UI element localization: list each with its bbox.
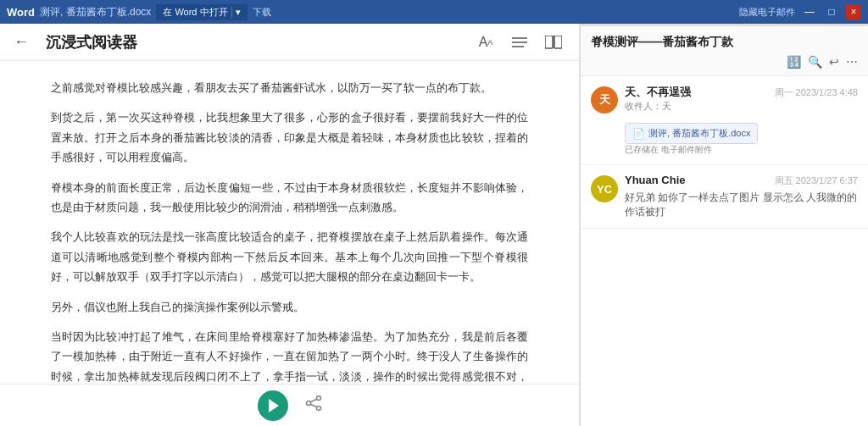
reader-paragraph: 我个人比较喜欢的玩法是找一张高度比较适合的桌子，把脊模摆放在桌子上然后趴着操作。… bbox=[51, 227, 528, 286]
badge-icon[interactable]: 🔢 bbox=[787, 55, 801, 69]
download-button[interactable]: 下载 bbox=[253, 6, 271, 19]
email-sender: Yhuan Chie bbox=[625, 174, 686, 186]
share-icon[interactable] bbox=[305, 395, 322, 416]
reader-paragraph: 到货之后，第一次买这种脊模，比我想象里大了很多，心形的盒子很好看，要摆前我好大一… bbox=[51, 108, 528, 167]
svg-line-10 bbox=[310, 404, 317, 407]
svg-point-6 bbox=[316, 396, 320, 401]
avatar: 天 bbox=[591, 86, 618, 113]
email-item-header: YC Yhuan Chie 周五 2023/1/27 6:37 好兄弟 如你了一… bbox=[591, 174, 858, 219]
word-logo: Word bbox=[7, 6, 35, 19]
email-sender: 天、不再逞强 bbox=[625, 85, 691, 100]
reply-email-icon[interactable]: ↩ bbox=[829, 55, 839, 69]
email-meta: 天、不再逞强 周一 2023/1/23 4:48 收件人：天 📄 测评, 番茄酱… bbox=[625, 85, 858, 156]
svg-rect-3 bbox=[545, 36, 553, 48]
svg-line-9 bbox=[310, 399, 317, 402]
reader-paragraph: 脊模本身的前面长度正常，后边长度偏短一些，不过由于本身材质很软烂，长度短并不影响… bbox=[51, 178, 528, 218]
attachment-doc-icon: 📄 bbox=[632, 128, 645, 140]
email-list: 天 天、不再逞强 周一 2023/1/23 4:48 收件人：天 📄 测评, 番… bbox=[581, 76, 868, 426]
reader-toolbar: ← 沉浸式阅读器 AA bbox=[0, 24, 579, 61]
reader-content: 之前感觉对脊模比较感兴趣，看朋友去买了番茄酱虾试水，以防万一买了软一点的布丁款。… bbox=[0, 61, 579, 384]
email-sender-sub: 收件人：天 bbox=[625, 100, 858, 113]
close-button[interactable]: × bbox=[846, 4, 861, 19]
email-list-item[interactable]: YC Yhuan Chie 周五 2023/1/27 6:37 好兄弟 如你了一… bbox=[581, 165, 868, 229]
attachment-sub: 已存储在 电子邮件附件 bbox=[625, 144, 858, 156]
open-dropdown-arrow[interactable]: ▾ bbox=[231, 7, 241, 18]
email-list-item[interactable]: 天 天、不再逞强 周一 2023/1/23 4:48 收件人：天 📄 测评, 番… bbox=[581, 76, 868, 165]
play-button[interactable] bbox=[258, 390, 288, 421]
svg-point-8 bbox=[316, 407, 320, 411]
open-in-word-button[interactable]: 在 Word 中打开 ▾ bbox=[156, 4, 247, 20]
svg-point-7 bbox=[306, 401, 310, 406]
avatar: YC bbox=[591, 175, 618, 202]
email-preview: 好兄弟 如你了一样去点了图片 显示怎么 人我微的的作话被打 bbox=[625, 191, 858, 219]
email-toolbar: 🔢 🔍 ↩ ⋯ bbox=[591, 55, 858, 69]
email-date: 周五 2023/1/27 6:37 bbox=[775, 174, 858, 187]
minimize-button[interactable]: — bbox=[802, 4, 817, 19]
email-panel: 脊模测评——番茄酱布丁款 🔢 🔍 ↩ ⋯ 天 天、不再逞强 周一 2023/1/… bbox=[580, 24, 868, 426]
book-view-icon[interactable] bbox=[542, 30, 565, 54]
reader-paragraph: 之前感觉对脊模比较感兴趣，看朋友去买了番茄酱虾试水，以防万一买了软一点的布丁款。 bbox=[51, 78, 528, 97]
reader-bottom-bar bbox=[0, 384, 579, 426]
main-content: ← 沉浸式阅读器 AA 之前感觉对脊模比较感兴趣，看朋友去买了番茄酱虾试 bbox=[0, 24, 868, 426]
window-controls: 隐藏电子邮件 — □ × bbox=[739, 4, 861, 19]
title-bar: Word 测评, 番茄酱布丁板.docx 在 Word 中打开 ▾ 下载 隐藏电… bbox=[0, 0, 868, 24]
text-options-icon[interactable] bbox=[508, 30, 531, 54]
email-item-header: 天 天、不再逞强 周一 2023/1/23 4:48 收件人：天 📄 测评, 番… bbox=[591, 85, 858, 156]
font-size-icon[interactable]: AA bbox=[474, 30, 498, 54]
reader-paragraph: 另外，倡议也附上我自己的操演操作案例以示警戒。 bbox=[51, 297, 528, 317]
more-email-icon[interactable]: ⋯ bbox=[846, 55, 858, 69]
reader-title: 沉浸式阅读器 bbox=[46, 32, 464, 53]
maximize-button[interactable]: □ bbox=[824, 4, 839, 19]
email-attachment[interactable]: 📄 测评, 番茄酱布丁板.docx bbox=[625, 123, 758, 144]
search-email-icon[interactable]: 🔍 bbox=[808, 55, 822, 69]
reader-panel: ← 沉浸式阅读器 AA 之前感觉对脊模比较感兴趣，看朋友去买了番茄酱虾试 bbox=[0, 24, 580, 426]
email-toggle[interactable]: 隐藏电子邮件 bbox=[739, 6, 795, 19]
attachment-filename: 测评, 番茄酱布丁板.docx bbox=[648, 127, 750, 140]
back-button[interactable]: ← bbox=[14, 33, 29, 51]
email-subject: 脊模测评——番茄酱布丁款 bbox=[591, 35, 858, 50]
svg-rect-4 bbox=[554, 36, 562, 48]
reader-paragraph: 当时因为比较冲打起了堆气，在床间里给脊模塞好了加热棒渗温垫。为了加热充分，我是前… bbox=[51, 327, 528, 384]
email-date: 周一 2023/1/23 4:48 bbox=[775, 86, 858, 99]
breadcrumb: 测评, 番茄酱布丁板.docx bbox=[40, 5, 151, 19]
email-header: 脊模测评——番茄酱布丁款 🔢 🔍 ↩ ⋯ bbox=[581, 26, 868, 76]
email-meta: Yhuan Chie 周五 2023/1/27 6:37 好兄弟 如你了一样去点… bbox=[625, 174, 858, 219]
